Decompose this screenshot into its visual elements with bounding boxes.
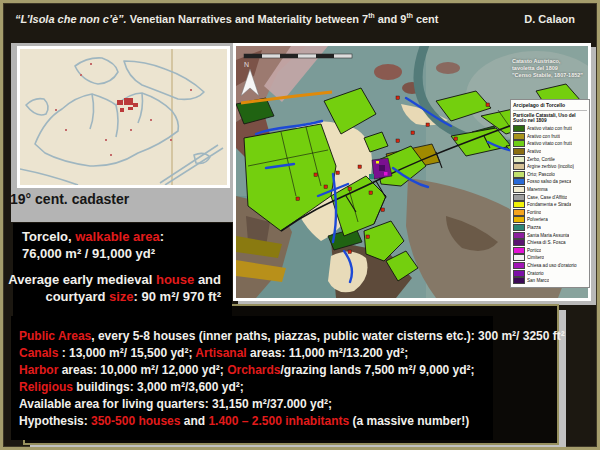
detail-black-box: [11, 316, 493, 440]
legend-swatch: [513, 224, 525, 231]
legend-label: San Marco: [527, 278, 549, 283]
legend-label: Chiesa di S. Fosca: [527, 240, 566, 245]
gis-map: N Catasto Austriaco, tavoletta del 1809 …: [233, 43, 591, 301]
legend-swatch: [513, 216, 525, 223]
legend-label: Arativo vitato con frutti: [527, 141, 572, 146]
stats-line-1: Torcelo, walkable area:: [22, 229, 164, 244]
scale-bar: [244, 54, 352, 58]
legend-swatch: [513, 186, 525, 193]
svg-text:N: N: [244, 61, 249, 68]
legend-swatch: [513, 133, 525, 140]
cadaster-map-image: [17, 46, 230, 188]
legend-swatch: [513, 163, 525, 170]
legend-swatch: [513, 140, 525, 147]
legend-label: Maremma: [527, 187, 548, 192]
legend-swatch: [513, 232, 525, 239]
legend-item: Fondamenta e Strada: [513, 201, 587, 209]
legend-items: Arativo vitato con frutti Arativo con fr…: [513, 125, 587, 284]
map-legend: Arcipelago di Torcello Particelle Catast…: [510, 99, 590, 288]
map-caption-line1: Catasto Austriaco, tavoletta del 1809: [512, 58, 584, 72]
legend-item: Santa Maria Assunta: [513, 231, 587, 239]
legend-swatch: [513, 148, 525, 155]
legend-item: San Marco: [513, 277, 587, 285]
slide: “L’Isola che non c’è”. Venetian Narrativ…: [0, 0, 600, 450]
legend-item: Arativo vitato con frutti: [513, 125, 587, 133]
map-caption-line2: "Censo Stabile, 1807-1852": [512, 72, 584, 79]
stats-line-3: Average early medieval house and: [8, 272, 221, 287]
legend-item: Fortino: [513, 209, 587, 217]
legend-label: Arativo vitato con frutti: [527, 126, 572, 131]
legend-swatch: [513, 262, 525, 269]
legend-label: Portico: [527, 248, 541, 253]
legend-swatch: [513, 209, 525, 216]
legend-label: Polveriera: [527, 217, 548, 222]
legend-label: Fosso salso da pesca: [527, 179, 571, 184]
legend-item: Chiesa ad uso d'oratorio: [513, 262, 587, 270]
legend-item: Arativo vitato con frutti: [513, 140, 587, 148]
legend-label: Zerbo, Cortile: [527, 157, 555, 162]
legend-label: Arativo: [527, 149, 541, 154]
legend-item: Zerbo, Cortile: [513, 155, 587, 163]
legend-item: Case, Case d'Affitto: [513, 193, 587, 201]
legend-swatch: [513, 239, 525, 246]
slide-title: “L’Isola che non c’è”. Venetian Narrativ…: [15, 12, 439, 25]
legend-swatch: [513, 270, 525, 277]
legend-item: Piazza: [513, 224, 587, 232]
legend-swatch: [513, 194, 525, 201]
legend-label: Fondamenta e Strada: [527, 202, 571, 207]
legend-subtitle: Particelle Catastali, Uso del Suolo nel …: [513, 110, 587, 123]
legend-item: Orto; Pascolo: [513, 171, 587, 179]
legend-item: Arativo: [513, 148, 587, 156]
legend-item: Cimitero: [513, 254, 587, 262]
author-name: D. Calaon: [524, 13, 575, 25]
legend-swatch: [513, 247, 525, 254]
legend-label: Cimitero: [527, 255, 544, 260]
legend-swatch: [513, 171, 525, 178]
legend-label: Fortino: [527, 210, 541, 215]
legend-label: Piazza: [527, 225, 541, 230]
legend-label: Arativo con frutti: [527, 134, 560, 139]
legend-swatch: [513, 178, 525, 185]
legend-item: Oratorio: [513, 269, 587, 277]
legend-swatch: [513, 125, 525, 132]
legend-item: Portico: [513, 247, 587, 255]
legend-item: Chiesa di S. Fosca: [513, 239, 587, 247]
stats-line-4: courtyard size: 90 m²/ 970 ft²: [45, 289, 221, 304]
legend-item: Polveriera: [513, 216, 587, 224]
legend-item: Fosso salso da pesca: [513, 178, 587, 186]
legend-label: Argine zerbivo (incolto): [527, 164, 574, 169]
cadaster-panel: 19° cent. cadaster: [11, 43, 235, 222]
legend-swatch: [513, 201, 525, 208]
legend-item: Maremma: [513, 186, 587, 194]
legend-swatch: [513, 156, 525, 163]
legend-label: Orto; Pascolo: [527, 172, 555, 177]
legend-item: Arativo con frutti: [513, 133, 587, 141]
legend-swatch: [513, 277, 525, 284]
cadaster-caption: 19° cent. cadaster: [10, 191, 129, 207]
legend-label: Chiesa ad uso d'oratorio: [527, 263, 577, 268]
legend-label: Oratorio: [527, 271, 544, 276]
legend-item: Argine zerbivo (incolto): [513, 163, 587, 171]
legend-label: Case, Case d'Affitto: [527, 195, 567, 200]
walkable-area-box: Torcelo, walkable area: 76,000 m² / 91,0…: [13, 223, 232, 322]
legend-title: Arcipelago di Torcello: [513, 102, 587, 108]
map-caption: Catasto Austriaco, tavoletta del 1809 "C…: [512, 58, 584, 79]
legend-label: Santa Maria Assunta: [527, 233, 569, 238]
stats-line-2: 76,000 m² / 91,000 yd²: [22, 246, 155, 261]
legend-swatch: [513, 254, 525, 261]
cadaster-map-drawing: [20, 49, 227, 185]
